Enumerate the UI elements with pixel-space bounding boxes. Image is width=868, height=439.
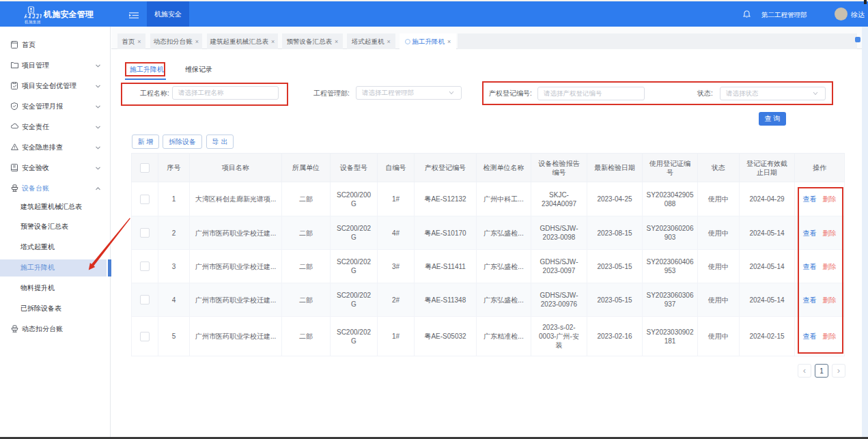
svg-text:机施集团: 机施集团 <box>25 20 41 24</box>
